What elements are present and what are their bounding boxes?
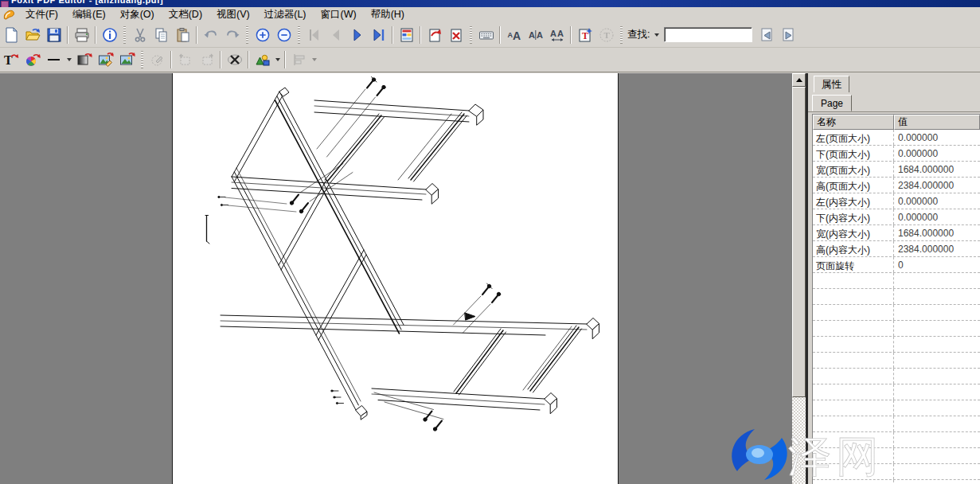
property-value[interactable]: 2384.000000 bbox=[894, 178, 980, 193]
menu-document[interactable]: 文档(D) bbox=[162, 7, 209, 22]
property-row bbox=[813, 480, 980, 484]
column-header-name[interactable]: 名称 bbox=[813, 115, 894, 130]
menu-view[interactable]: 视图(V) bbox=[209, 7, 257, 22]
document-info-icon bbox=[102, 27, 118, 43]
object-toolbar: T bbox=[0, 48, 980, 72]
scrollbar-thumb[interactable] bbox=[792, 87, 806, 397]
property-row[interactable]: 左(内容大小)0.000000 bbox=[813, 193, 980, 209]
property-row[interactable]: 高(页面大小)2384.000000 bbox=[813, 178, 980, 193]
rotate-selection-right-button[interactable] bbox=[196, 49, 217, 70]
font-properties-button[interactable]: AA bbox=[503, 25, 525, 45]
delete-object-button[interactable] bbox=[224, 49, 245, 70]
text-horizontal-scale-button[interactable]: AA bbox=[546, 25, 568, 45]
menu-filter[interactable]: 过滤器(L) bbox=[257, 7, 314, 22]
add-image-button[interactable] bbox=[116, 49, 138, 70]
menu-help[interactable]: 帮助(H) bbox=[364, 7, 412, 22]
align-objects-dropdown[interactable] bbox=[310, 49, 318, 70]
last-page-button[interactable] bbox=[368, 25, 389, 45]
zoom-out-button[interactable] bbox=[273, 25, 295, 45]
rotate-page-button[interactable] bbox=[424, 25, 445, 45]
add-shading-button[interactable] bbox=[21, 49, 43, 70]
menu-edit[interactable]: 编辑(E) bbox=[65, 7, 113, 22]
property-value[interactable]: 0.000000 bbox=[894, 193, 980, 209]
property-row[interactable]: 下(页面大小)0.000000 bbox=[813, 146, 980, 162]
keyboard-button[interactable] bbox=[475, 25, 497, 45]
property-row[interactable]: 宽(页面大小)1684.000000 bbox=[813, 162, 980, 178]
next-page-button[interactable] bbox=[346, 25, 368, 45]
insert-shapes-button[interactable] bbox=[252, 49, 273, 70]
property-row[interactable]: 高(内容大小)2384.000000 bbox=[813, 241, 980, 257]
zoom-in-button[interactable] bbox=[252, 25, 273, 45]
add-gradient-button[interactable] bbox=[73, 49, 95, 70]
cut-button[interactable] bbox=[129, 25, 150, 45]
find-input[interactable] bbox=[664, 27, 752, 42]
paste-button[interactable] bbox=[172, 25, 193, 45]
page-thumbnails-button[interactable] bbox=[396, 25, 417, 45]
add-text-object-button[interactable]: T bbox=[0, 49, 21, 70]
canvas-vertical-scrollbar[interactable] bbox=[792, 73, 807, 484]
find-options-dropdown[interactable] bbox=[652, 25, 661, 45]
menu-window[interactable]: 窗口(W) bbox=[314, 7, 364, 22]
previous-page-icon bbox=[328, 27, 344, 43]
property-value[interactable]: 2384.000000 bbox=[894, 241, 980, 256]
open-file-button[interactable] bbox=[21, 25, 43, 45]
property-value bbox=[894, 305, 980, 320]
toolbar-separator bbox=[220, 51, 221, 68]
property-value[interactable]: 0.000000 bbox=[894, 146, 980, 161]
property-value[interactable]: 0 bbox=[894, 257, 980, 272]
window-title: Foxit PDF Editor - [anzhuang.pdf] bbox=[11, 0, 163, 5]
text-tool-button[interactable]: T bbox=[595, 25, 617, 45]
page-tab[interactable]: Page bbox=[812, 95, 852, 111]
insert-shapes-dropdown[interactable] bbox=[273, 49, 282, 70]
save-file-button[interactable] bbox=[43, 25, 64, 45]
property-row[interactable]: 页面旋转0 bbox=[813, 257, 980, 273]
rotate-selection-left-button[interactable] bbox=[174, 49, 196, 70]
column-header-value[interactable]: 值 bbox=[894, 115, 980, 130]
scroll-up-button[interactable] bbox=[792, 73, 806, 87]
menu-object[interactable]: 对象(O) bbox=[113, 7, 162, 22]
property-name bbox=[813, 337, 894, 352]
property-row[interactable]: 宽(内容大小)1684.000000 bbox=[813, 225, 980, 241]
new-file-button[interactable] bbox=[0, 25, 21, 45]
line-style-dropdown[interactable] bbox=[64, 49, 73, 70]
document-info-button[interactable] bbox=[99, 25, 120, 45]
first-page-button[interactable] bbox=[303, 25, 325, 45]
align-objects-button[interactable] bbox=[288, 49, 310, 70]
property-value[interactable]: 1684.000000 bbox=[894, 162, 980, 177]
letter-spacing-button[interactable]: AA bbox=[525, 25, 546, 45]
toolbar-separator bbox=[570, 26, 572, 44]
properties-tab[interactable]: 属性 bbox=[814, 76, 849, 92]
undo-icon bbox=[203, 27, 219, 43]
pdf-page[interactable] bbox=[172, 73, 619, 484]
menu-bar: 文件(F) 编辑(E) 对象(O) 文档(D) 视图(V) 过滤器(L) 窗口(… bbox=[0, 7, 980, 23]
toolbar-grip[interactable] bbox=[123, 26, 126, 44]
property-value[interactable]: 1684.000000 bbox=[894, 225, 980, 240]
menu-file[interactable]: 文件(F) bbox=[18, 7, 65, 22]
undo-button[interactable] bbox=[200, 25, 221, 45]
property-row bbox=[813, 448, 980, 464]
property-row[interactable]: 下(内容大小)0.000000 bbox=[813, 209, 980, 225]
print-button[interactable] bbox=[71, 25, 92, 45]
property-value[interactable]: 0.000000 bbox=[894, 130, 980, 145]
property-value[interactable]: 0.000000 bbox=[894, 209, 980, 224]
add-text-button[interactable]: T bbox=[574, 25, 595, 45]
main-toolbar: AA AA AA T T 查找: bbox=[0, 22, 980, 48]
previous-page-button[interactable] bbox=[325, 25, 346, 45]
toolbar-grip[interactable] bbox=[298, 26, 300, 44]
redo-button[interactable] bbox=[221, 25, 243, 45]
copy-button[interactable] bbox=[150, 25, 172, 45]
search-result-previous-button[interactable] bbox=[755, 25, 777, 45]
line-style-button[interactable] bbox=[43, 49, 64, 70]
toolbar-grip[interactable] bbox=[246, 26, 248, 44]
search-result-next-button[interactable] bbox=[777, 25, 798, 45]
toolbar-grip[interactable] bbox=[141, 51, 143, 68]
toolbar-grip[interactable] bbox=[620, 26, 623, 44]
delete-page-button[interactable] bbox=[445, 25, 467, 45]
edit-image-button[interactable] bbox=[95, 49, 116, 70]
edit-object-button[interactable] bbox=[146, 49, 168, 70]
font-properties-icon: AA bbox=[506, 27, 522, 43]
property-row[interactable]: 左(页面大小)0.000000 bbox=[813, 130, 980, 146]
property-name bbox=[813, 400, 894, 416]
toolbar-grip[interactable] bbox=[470, 26, 472, 44]
line-style-icon bbox=[46, 52, 62, 68]
